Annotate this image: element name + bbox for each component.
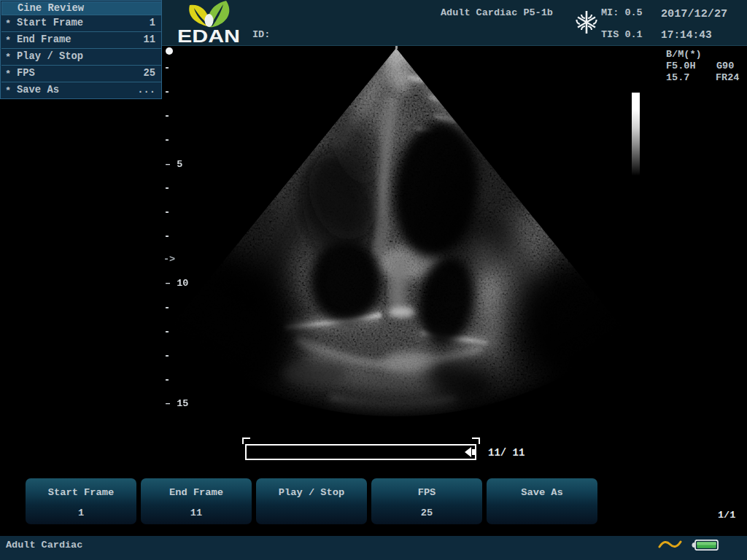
svg-text:EDAN: EDAN <box>177 26 240 44</box>
